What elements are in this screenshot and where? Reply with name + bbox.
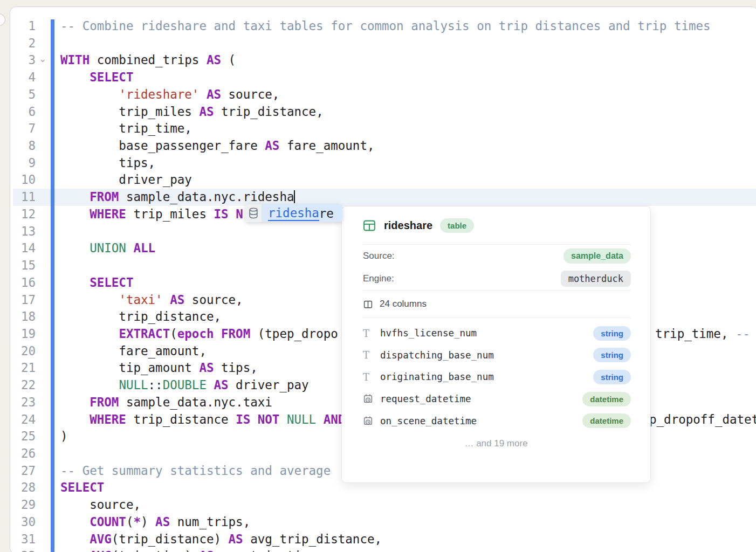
keyword-token: SELECT [90,275,133,289]
code-token: 'rideshare' [119,87,199,101]
code-text: tip_amount AS tips, [60,360,258,377]
column-type-badge: string [593,348,631,362]
code-token [279,412,287,426]
line-number: 30 [10,514,36,531]
code-line-30[interactable]: 30 COUNT(*) AS num_trips, [0,514,756,531]
columns-count-text: 24 columns [380,299,427,309]
code-line-8[interactable]: 8 base_passenger_fare AS fare_amount, [0,137,756,155]
keyword-token: * [133,515,141,529]
code-segment-line-24: p_dropoff_datet [649,411,756,429]
code-token [60,412,90,426]
code-token [60,241,90,255]
code-token [60,70,90,84]
code-token: trip_time, [655,327,736,341]
line-number: 8 [10,137,36,155]
code-token [60,190,90,204]
code-line-32[interactable]: 32 AVG(trip_time) AS avg_trip_time, [0,548,756,552]
code-token: tips, [214,361,257,375]
git-change-gutter [51,19,54,552]
code-text: WITH combined_trips AS ( [60,52,236,69]
code-line-29[interactable]: 29 source, [0,496,756,514]
string-type-icon: T [363,328,377,339]
code-line-7[interactable]: 7 trip_time, [0,120,756,137]
code-text: source, [60,496,141,514]
fold-chevron-icon[interactable]: ⌄ [39,52,50,67]
code-token [250,412,258,426]
code-text: 'taxi' AS source, [60,292,243,309]
code-token: UNION [90,241,126,255]
source-label: Source: [363,251,395,261]
code-token: ( [221,53,236,67]
line-number: 2 [10,35,36,52]
code-text: 'rideshare' AS source, [60,86,279,104]
code-text: WHERE trip_distance IS NOT NULL AND [60,411,345,429]
code-line-9[interactable]: 9 tips, [0,155,756,172]
code-token: source, [221,87,279,101]
line-number: 28 [10,479,36,496]
suggestion-match-text: ridesha [268,206,319,221]
comment-token: -- Get summary statistics and average [60,464,331,478]
code-line-31[interactable]: 31 AVG(trip_distance) AS avg_trip_distan… [0,531,756,548]
code-token [60,87,119,101]
code-token [60,395,90,409]
keyword-token: SELECT [90,70,133,84]
line-number: 19 [10,326,36,343]
keyword-token: WITH [60,53,90,67]
code-token: driver_pay [229,378,309,392]
keyword-token: FROM [221,327,250,341]
code-token: trip_distance, [214,105,323,119]
suggestion-rideshare[interactable]: rideshare [262,204,342,222]
code-token: trip_distance, [60,309,221,323]
code-token [229,207,236,221]
keyword-token: IS [236,412,250,426]
code-text: trip_time, [60,120,192,137]
code-token [207,378,214,392]
code-line-10[interactable]: 10 driver_pay [0,171,756,189]
code-token: avg_trip_time, [214,549,323,552]
code-token [60,207,90,221]
code-text: SELECT [60,69,133,86]
code-line-6[interactable]: 6 trip_miles AS trip_distance, [0,104,756,121]
column-list: Thvfhs_license_numstringTdispatching_bas… [342,322,650,432]
line-number: 17 [10,292,36,309]
keyword-token: NOT [258,412,280,426]
keyword-token: FROM [90,395,119,409]
keyword-token: AS [207,53,221,67]
comment-token: -- Combine rideshare and taxi tables for… [60,19,711,33]
keyword-token: AS [199,549,214,552]
line-number: 16 [10,274,36,292]
code-text: trip_distance, [60,308,221,326]
line-number: 9 [10,155,36,172]
line-number: 24 [10,411,36,429]
sql-editor-page: 1-- Combine rideshare and taxi tables fo… [0,0,756,552]
keyword-token: AVG [90,549,112,552]
line-number: 5 [10,86,36,104]
code-token: ( [170,327,177,341]
code-line-1[interactable]: 1-- Combine rideshare and taxi tables fo… [0,18,756,35]
code-token: fare_amount, [60,344,207,358]
column-type-badge: string [593,326,631,341]
code-token [163,293,170,307]
code-token: base_passenger_fare [60,139,265,153]
keyword-token: WHERE [90,207,126,221]
code-line-4[interactable]: 4 SELECT [0,69,756,86]
keyword-token: AS [155,515,170,529]
code-token [60,293,119,307]
column-name: originating_base_num [380,371,593,382]
column-row: Tdispatching_base_numstring [342,344,650,367]
column-row: Thvfhs_license_numstring [342,322,650,344]
code-token: (trip_distance) [112,532,229,546]
keyword-token: WHERE [90,412,126,426]
code-text: UNION ALL [60,240,155,257]
code-line-11[interactable]: 11 FROM sample_data.nyc.ridesha [0,189,756,206]
code-line-2[interactable]: 2 [0,35,756,52]
code-line-3[interactable]: 3⌄WITH combined_trips AS ( [0,52,756,69]
keyword-token: N [236,207,243,221]
code-token: source, [60,498,141,512]
string-type-icon: T [363,371,377,383]
code-line-5[interactable]: 5 'rideshare' AS source, [0,86,756,104]
keyword-token: COUNT [90,515,126,529]
table-type-badge: table [440,218,474,233]
code-token [316,412,324,426]
keyword-token: IS [214,207,228,221]
